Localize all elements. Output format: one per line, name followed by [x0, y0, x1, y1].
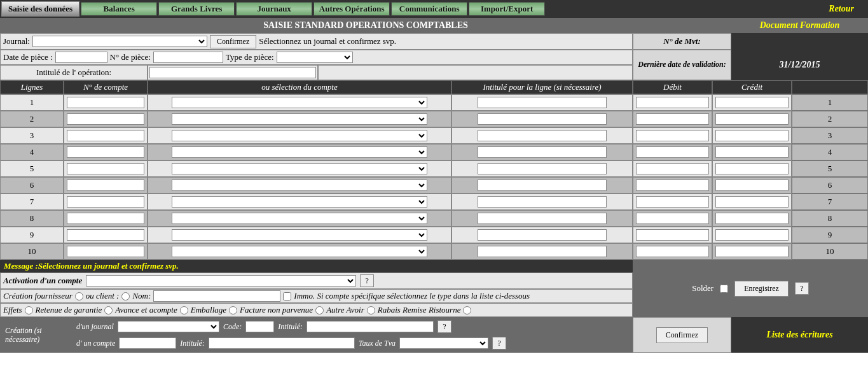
ncompte-input[interactable]	[67, 180, 144, 191]
credit-input[interactable]	[715, 196, 789, 208]
creation-journal-select[interactable]	[118, 321, 219, 332]
intitule-ligne-input[interactable]	[478, 163, 606, 174]
nom-label: Nom:	[132, 291, 151, 301]
code-input[interactable]	[245, 321, 274, 332]
retour-link[interactable]: Retour	[829, 4, 867, 14]
creation-compte-input[interactable]	[119, 337, 176, 349]
debit-input[interactable]	[636, 196, 709, 208]
intitule-ligne-input[interactable]	[478, 229, 606, 241]
radio-avance[interactable]	[180, 306, 188, 315]
compte-select[interactable]	[172, 97, 428, 108]
debit-input[interactable]	[636, 213, 709, 224]
ncompte-input[interactable]	[67, 213, 144, 224]
taux-tva-label: Taux de Tva	[359, 339, 396, 348]
compte-select[interactable]	[172, 113, 428, 125]
debit-input[interactable]	[636, 180, 709, 191]
creation-compte-help-button[interactable]: ?	[492, 337, 506, 350]
derniere-validation-label: Dernière date de validation:	[633, 50, 731, 80]
radio-autre[interactable]	[367, 306, 375, 315]
tab-communications[interactable]: Communications	[391, 2, 467, 16]
credit-input[interactable]	[715, 97, 789, 108]
debit-input[interactable]	[636, 229, 709, 241]
compte-select[interactable]	[172, 196, 428, 208]
credit-input[interactable]	[715, 229, 789, 241]
taux-tva-select[interactable]	[399, 337, 488, 349]
solder-checkbox[interactable]	[720, 285, 728, 293]
intitule-ligne-input[interactable]	[478, 246, 606, 257]
activation-help-button[interactable]: ?	[360, 274, 374, 287]
radio-facture[interactable]	[315, 306, 324, 315]
ncompte-input[interactable]	[67, 130, 144, 141]
debit-input[interactable]	[636, 163, 709, 174]
radio-rabais[interactable]	[463, 306, 471, 315]
row-num-right: 7	[792, 194, 868, 210]
compte-select[interactable]	[172, 180, 428, 191]
credit-input[interactable]	[715, 213, 789, 224]
intitule-ligne-input[interactable]	[478, 180, 606, 191]
radio-fournisseur[interactable]	[75, 292, 83, 301]
journal-confirm-button[interactable]: Confirmez	[210, 35, 256, 48]
type-piece-select[interactable]	[277, 52, 353, 63]
compte-select[interactable]	[172, 163, 428, 174]
bottom-confirm-button[interactable]: Confirmez	[656, 327, 708, 343]
tab-saisie-donnees[interactable]: Saisie des données	[1, 1, 79, 17]
journal-select[interactable]	[32, 36, 207, 47]
intitule-ligne-input[interactable]	[478, 113, 606, 125]
compte-select[interactable]	[172, 130, 428, 141]
intitule-operation-input[interactable]	[149, 67, 316, 78]
tab-autres-operations[interactable]: Autres Opérations	[313, 2, 390, 16]
debit-input[interactable]	[636, 146, 709, 158]
tab-journaux[interactable]: Journaux	[236, 2, 312, 16]
tab-import-export[interactable]: Import/Export	[469, 2, 545, 16]
intitule-ligne-input[interactable]	[478, 213, 606, 224]
liste-ecritures-link[interactable]: Liste des écritures	[731, 317, 868, 353]
ncompte-input[interactable]	[67, 196, 144, 208]
immo-label: Immo. Si compte spécifique sélectionnez …	[294, 291, 530, 301]
intitule-journal-input[interactable]	[307, 321, 434, 332]
ncompte-input[interactable]	[67, 163, 144, 174]
nom-input[interactable]	[153, 290, 280, 302]
credit-input[interactable]	[715, 146, 789, 158]
debit-input[interactable]	[636, 246, 709, 257]
debit-input[interactable]	[636, 113, 709, 125]
ncompte-input[interactable]	[67, 113, 144, 125]
enregistrer-button[interactable]: Enregistrez	[734, 281, 789, 297]
credit-input[interactable]	[715, 180, 789, 191]
row-num-left: 6	[0, 177, 64, 194]
row-num-left: 4	[0, 144, 64, 160]
tab-balances[interactable]: Balances	[81, 2, 157, 16]
credit-input[interactable]	[715, 246, 789, 257]
debit-input[interactable]	[636, 130, 709, 141]
tab-grands-livres[interactable]: Grands Livres	[158, 2, 235, 16]
radio-client[interactable]	[121, 292, 130, 301]
creation-si-necessaire-label: Création (si nécessaire)	[0, 317, 76, 353]
n-piece-input[interactable]	[153, 52, 223, 63]
solder-help-button[interactable]: ?	[795, 282, 809, 295]
creation-journal-help-button[interactable]: ?	[437, 320, 451, 333]
compte-select[interactable]	[172, 229, 428, 241]
compte-select[interactable]	[172, 213, 428, 224]
activation-select[interactable]	[86, 275, 356, 286]
ncompte-input[interactable]	[67, 246, 144, 257]
immo-checkbox[interactable]	[283, 292, 291, 301]
credit-input[interactable]	[715, 163, 789, 174]
document-formation-link[interactable]: Document Formation	[731, 20, 868, 31]
debit-input[interactable]	[636, 97, 709, 108]
compte-select[interactable]	[172, 246, 428, 257]
intitule-ligne-input[interactable]	[478, 146, 606, 158]
ncompte-input[interactable]	[67, 229, 144, 241]
ncompte-input[interactable]	[67, 146, 144, 158]
date-piece-input[interactable]	[55, 52, 107, 63]
intitule-ligne-input[interactable]	[478, 130, 606, 141]
credit-input[interactable]	[715, 130, 789, 141]
radio-effets[interactable]	[25, 306, 33, 315]
nmvt-label: N° de Mvt:	[633, 33, 731, 50]
intitule-compte-input[interactable]	[209, 337, 355, 349]
intitule-ligne-input[interactable]	[478, 97, 606, 108]
radio-retenue[interactable]	[104, 306, 113, 315]
credit-input[interactable]	[715, 113, 789, 125]
intitule-ligne-input[interactable]	[478, 196, 606, 208]
compte-select[interactable]	[172, 146, 428, 158]
radio-emballage[interactable]	[229, 306, 237, 315]
ncompte-input[interactable]	[67, 97, 144, 108]
